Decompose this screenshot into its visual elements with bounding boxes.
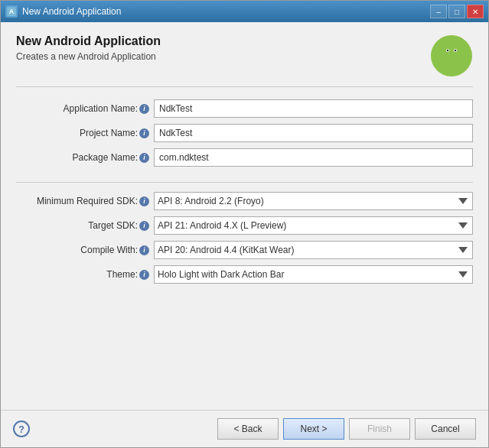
project-name-input[interactable] <box>154 124 473 142</box>
svg-point-5 <box>441 39 443 41</box>
svg-rect-12 <box>461 56 467 67</box>
project-name-info-icon[interactable]: i <box>139 128 149 138</box>
app-name-info-icon[interactable]: i <box>139 104 149 114</box>
svg-rect-13 <box>445 67 450 73</box>
maximize-button[interactable]: □ <box>448 5 465 18</box>
page-title: New Android Application <box>16 34 161 48</box>
min-sdk-row: Minimum Required SDK: i API 8: Android 2… <box>16 192 473 210</box>
app-name-row: Application Name: i <box>16 99 473 118</box>
compile-with-row: Compile With: i API 19: Android 4.4 API … <box>16 241 473 259</box>
minimize-button[interactable]: – <box>430 5 447 18</box>
theme-select[interactable]: Holo Light with Dark Action Bar Holo Lig… <box>154 265 473 284</box>
form-area: Application Name: i Project Name: i Pack… <box>16 99 473 290</box>
back-button[interactable]: < Back <box>217 418 279 440</box>
package-name-info-icon[interactable]: i <box>139 153 149 163</box>
svg-point-7 <box>460 39 462 41</box>
package-name-row: Package Name: i <box>16 148 473 167</box>
package-name-input[interactable] <box>154 148 473 167</box>
finish-button[interactable]: Finish <box>349 418 410 440</box>
target-sdk-select[interactable]: API 19: Android 4.4 API 20: Android 4.4 … <box>154 216 473 235</box>
svg-rect-11 <box>436 56 442 67</box>
target-sdk-row: Target SDK: i API 19: Android 4.4 API 20… <box>16 216 473 235</box>
help-button[interactable]: ? <box>13 420 30 437</box>
form-separator-1 <box>16 182 473 183</box>
compile-with-select[interactable]: API 19: Android 4.4 API 20: Android 4.4 … <box>154 241 473 259</box>
page-header-text: New Android Application Creates a new An… <box>16 34 161 62</box>
target-sdk-label: Target SDK: i <box>16 220 154 231</box>
svg-text:A: A <box>9 8 15 15</box>
window-title: New Android Application <box>22 6 430 17</box>
window-controls: – □ ✕ <box>430 5 484 18</box>
theme-row: Theme: i Holo Light with Dark Action Bar… <box>16 265 473 284</box>
spacer <box>16 290 473 398</box>
target-sdk-info-icon[interactable]: i <box>139 221 149 231</box>
close-button[interactable]: ✕ <box>467 5 484 18</box>
bottom-bar: ? < Back Next > Finish Cancel <box>1 410 488 447</box>
min-sdk-info-icon[interactable]: i <box>139 196 149 206</box>
dialog-buttons: < Back Next > Finish Cancel <box>217 418 476 440</box>
package-name-label: Package Name: i <box>16 152 154 163</box>
svg-rect-14 <box>453 67 458 73</box>
app-name-input[interactable] <box>154 99 473 118</box>
project-name-label: Project Name: i <box>16 128 154 138</box>
theme-label: Theme: i <box>16 269 154 280</box>
page-header: New Android Application Creates a new An… <box>16 34 473 87</box>
min-sdk-label: Minimum Required SDK: i <box>16 196 154 206</box>
main-window: A New Android Application – □ ✕ New Andr… <box>0 0 489 448</box>
svg-rect-10 <box>442 56 461 68</box>
project-name-row: Project Name: i <box>16 124 473 142</box>
min-sdk-select[interactable]: API 8: Android 2.2 (Froyo) API 10: Andro… <box>154 192 473 210</box>
svg-point-15 <box>447 50 448 51</box>
compile-with-label: Compile With: i <box>16 245 154 255</box>
next-button[interactable]: Next > <box>283 418 344 440</box>
theme-info-icon[interactable]: i <box>139 270 149 280</box>
dialog-content: New Android Application Creates a new An… <box>1 22 488 410</box>
svg-point-16 <box>455 50 456 51</box>
app-name-label: Application Name: i <box>16 103 154 114</box>
cancel-button[interactable]: Cancel <box>415 418 476 440</box>
title-bar: A New Android Application – □ ✕ <box>1 1 488 22</box>
compile-with-info-icon[interactable]: i <box>139 245 149 255</box>
android-logo <box>430 34 473 77</box>
window-icon: A <box>5 5 18 18</box>
page-subtitle: Creates a new Android Application <box>16 51 161 62</box>
